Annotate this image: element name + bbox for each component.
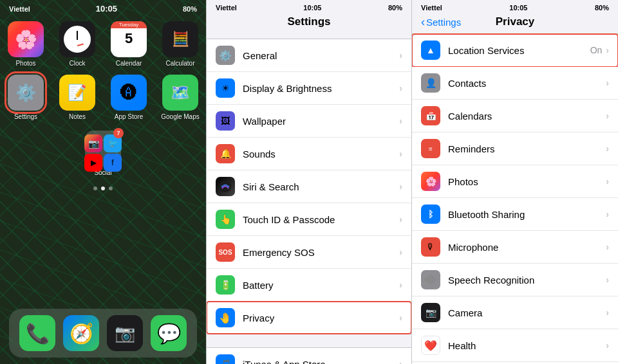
privacy-list: ▲ Location Services On › 👤 Contacts › 📅 …: [412, 33, 618, 364]
calendar-label: Calendar: [116, 60, 142, 67]
privacy-nav: ‹ Settings Privacy: [412, 13, 618, 33]
location-value: On: [590, 45, 603, 55]
speech-label: Speech Recognition: [448, 275, 606, 286]
camera-chevron: ›: [606, 307, 609, 318]
svg-rect-4: [426, 277, 427, 282]
microphone-icon: 🎙: [421, 237, 440, 257]
location-icon: ▲: [421, 41, 440, 60]
maps-icon: 🗺️: [162, 75, 198, 111]
speech-chevron: ›: [606, 275, 609, 285]
privacy-item-camera[interactable]: 📷 Camera ›: [412, 296, 618, 329]
privacy-time: 10:05: [509, 4, 527, 12]
app-notes[interactable]: 📝 Notes: [55, 75, 99, 120]
privacy-title: Privacy: [496, 15, 535, 28]
settings-item-battery[interactable]: 🔋 Battery ›: [207, 269, 411, 302]
settings-item-sounds[interactable]: 🔔 Sounds ›: [207, 138, 411, 170]
dock-phone[interactable]: 📞: [19, 315, 55, 351]
carrier-label: Viettel: [9, 5, 30, 13]
clock-icon: [59, 21, 95, 57]
privacy-battery: 80%: [595, 4, 609, 12]
privacy-item-reminders[interactable]: ≡ Reminders ›: [412, 132, 618, 165]
speech-icon: [421, 270, 440, 289]
reminders-chevron: ›: [606, 143, 609, 154]
privacy-item-photos[interactable]: 🌸 Photos ›: [412, 165, 618, 198]
app-maps[interactable]: 🗺️ Google Maps: [158, 75, 202, 120]
battery-label: 80%: [183, 5, 197, 13]
contacts-icon: 👤: [421, 73, 440, 93]
display-chevron: ›: [399, 83, 402, 93]
settings-item-itunes[interactable]: 🎵 iTunes & App Store ›: [207, 348, 411, 364]
settings-label: Settings: [14, 113, 37, 120]
dock-messages[interactable]: 💬: [151, 315, 187, 351]
app-settings[interactable]: ⚙️ Settings: [4, 75, 48, 120]
settings-list: ⚙️ General › ☀ Display & Brightness › 🖼 …: [207, 33, 411, 364]
home-screen: Viettel 10:05 80% 🌸 Photos Clock Tuesday…: [0, 0, 206, 364]
settings-item-sos[interactable]: SOS Emergency SOS ›: [207, 236, 411, 269]
svg-rect-6: [430, 275, 431, 285]
settings-status-bar: Viettel 10:05 80%: [207, 0, 411, 13]
settings-carrier: Viettel: [216, 4, 237, 12]
privacy-item-bluetooth[interactable]: ᛒ Bluetooth Sharing ›: [412, 198, 618, 231]
back-label: Settings: [426, 17, 461, 28]
settings-item-display[interactable]: ☀ Display & Brightness ›: [207, 72, 411, 105]
calendars-chevron: ›: [606, 111, 609, 121]
location-label: Location Services: [448, 45, 590, 56]
dock-camera[interactable]: 📷: [107, 315, 143, 351]
sos-label: Emergency SOS: [243, 247, 399, 258]
settings-icon: ⚙️: [8, 75, 44, 111]
privacy-item-calendars[interactable]: 📅 Calendars ›: [412, 100, 618, 132]
settings-item-wallpaper[interactable]: 🖼 Wallpaper ›: [207, 105, 411, 138]
general-label: General: [243, 50, 399, 61]
calculator-icon: 🧮: [162, 21, 198, 57]
dot-2: [101, 187, 105, 190]
battery-chevron: ›: [399, 280, 402, 290]
appstore-icon: 🅐: [111, 75, 147, 111]
facebook-icon: f: [104, 154, 122, 172]
privacy-back-button[interactable]: ‹ Settings: [421, 15, 461, 29]
battery-icon: 🔋: [216, 275, 235, 295]
privacy-item-microphone[interactable]: 🎙 Microphone ›: [412, 231, 618, 264]
app-calculator[interactable]: 🧮 Calculator: [158, 21, 202, 67]
settings-time: 10:05: [303, 4, 321, 12]
settings-title: Settings: [207, 13, 411, 33]
settings-item-touchid[interactable]: 👆 Touch ID & Passcode ›: [207, 203, 411, 236]
app-calendar[interactable]: Tuesday 5 Calendar: [107, 21, 151, 67]
dock-safari[interactable]: 🧭: [63, 315, 99, 351]
clock-label: Clock: [69, 60, 85, 67]
itunes-label: iTunes & App Store: [243, 359, 399, 365]
maps-label: Google Maps: [161, 113, 199, 120]
bluetooth-label: Bluetooth Sharing: [448, 209, 606, 220]
privacy-item-location[interactable]: ▲ Location Services On ›: [412, 34, 618, 67]
privacy-item-contacts[interactable]: 👤 Contacts ›: [412, 67, 618, 100]
settings-item-privacy[interactable]: 🤚 Privacy ›: [207, 302, 411, 334]
itunes-chevron: ›: [399, 359, 402, 364]
sounds-chevron: ›: [399, 149, 402, 159]
itunes-icon: 🎵: [216, 354, 235, 364]
youtube-icon: ▶: [84, 154, 102, 172]
contacts-chevron: ›: [606, 78, 609, 88]
general-icon: ⚙️: [216, 46, 235, 65]
bluetooth-chevron: ›: [606, 209, 609, 219]
reminders-icon: ≡: [421, 139, 440, 158]
back-chevron-icon: ‹: [421, 15, 425, 29]
home-time: 10:05: [96, 4, 117, 14]
camera-priv-icon: 📷: [421, 303, 440, 322]
photos-priv-icon: 🌸: [421, 172, 440, 191]
settings-battery: 80%: [388, 4, 402, 12]
app-photos[interactable]: 🌸 Photos: [4, 21, 48, 67]
privacy-section-main: ▲ Location Services On › 👤 Contacts › 📅 …: [412, 33, 618, 364]
settings-section-accounts: 🎵 iTunes & App Store › 🔑 Accounts & Pass…: [207, 347, 411, 364]
app-social[interactable]: 📷 🐦 ▶ f 7 Social: [85, 131, 121, 176]
app-clock[interactable]: Clock: [55, 21, 99, 67]
settings-item-siri[interactable]: Siri & Search ›: [207, 170, 411, 203]
app-appstore[interactable]: 🅐 App Store: [107, 75, 151, 120]
microphone-label: Microphone: [448, 242, 606, 253]
siri-label: Siri & Search: [243, 181, 399, 192]
app-grid: 🌸 Photos Clock Tuesday 5 Calendar 🧮 Calc…: [0, 15, 206, 127]
notes-icon: 📝: [59, 75, 95, 111]
microphone-chevron: ›: [606, 242, 609, 252]
privacy-item-speech[interactable]: Speech Recognition ›: [412, 264, 618, 296]
svg-rect-3: [424, 278, 426, 281]
privacy-item-health[interactable]: ❤️ Health ›: [412, 329, 618, 362]
settings-item-general[interactable]: ⚙️ General ›: [207, 39, 411, 72]
